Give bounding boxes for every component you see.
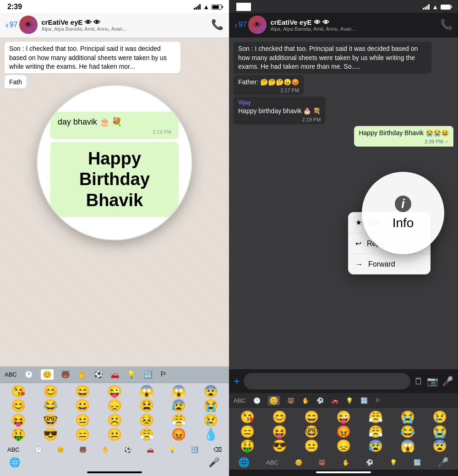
right-clock-key[interactable]: 🕐 (253, 397, 261, 404)
emoji-cell[interactable]: 😤 (368, 425, 383, 438)
emoji-cell[interactable]: 😊 (11, 399, 26, 412)
emoji-cell[interactable]: 😂 (43, 399, 58, 412)
emoji-cell[interactable]: 😞 (107, 399, 122, 412)
camera-button[interactable]: 📷 (427, 376, 438, 387)
emoji-cell[interactable]: 😭 (432, 425, 447, 438)
emoji-cell[interactable]: 😐 (75, 414, 90, 427)
emoji-cell[interactable]: 😘 (240, 410, 255, 424)
emoji-cell[interactable]: 💧 (203, 428, 218, 441)
right-emoji-key[interactable]: 😊 (268, 396, 280, 405)
clock-key[interactable]: 🕐 (24, 370, 33, 379)
emoji-cell[interactable]: 😂 (400, 425, 415, 438)
emoji-cell[interactable]: 😡 (336, 425, 351, 438)
emoji-cell[interactable]: 😀 (75, 399, 90, 412)
emoji-cell[interactable]: 😫 (139, 399, 154, 412)
sticker-button[interactable]: 🗒 (414, 376, 423, 387)
emoji-cell[interactable]: 😡 (171, 428, 186, 441)
info-circle[interactable]: i Info (362, 172, 444, 254)
right-abc-bottom[interactable]: ABC (266, 459, 278, 466)
emoji-cell[interactable]: 😊 (43, 385, 58, 398)
call-button[interactable]: 📞 (211, 19, 224, 31)
right-emoji-bottom[interactable]: 😊 (295, 459, 302, 466)
emoji-cell[interactable]: 🤓 (43, 414, 58, 427)
right-hand-key[interactable]: ✋ (302, 397, 309, 404)
mic-key[interactable]: 🎤 (208, 457, 220, 468)
abc-bottom-key[interactable]: ABC (7, 446, 20, 453)
sports-bottom-key[interactable]: ⚽ (124, 446, 131, 453)
objects-key[interactable]: 💡 (127, 370, 136, 379)
emoji-key[interactable]: 😊 (41, 369, 54, 380)
right-objects-bottom[interactable]: 💡 (390, 459, 397, 466)
travel-bottom-key[interactable]: 🚗 (147, 446, 154, 453)
right-symbols-key[interactable]: 🔣 (360, 397, 368, 404)
emoji-cell[interactable]: 😎 (43, 428, 58, 441)
symbols-key[interactable]: 🔣 (143, 370, 153, 379)
sports-key[interactable]: ⚽ (94, 370, 103, 379)
emoji-cell[interactable]: 😰 (368, 439, 383, 453)
delete-key[interactable]: ⌫ (213, 446, 222, 453)
emoji-cell[interactable]: 😰 (171, 399, 186, 412)
emoji-cell[interactable]: 😨 (203, 385, 218, 398)
emoji-cell[interactable]: 😐 (107, 428, 122, 441)
hand-key[interactable]: ✋ (77, 370, 87, 379)
emoji-cell[interactable]: 🤑 (11, 428, 26, 441)
animal-key[interactable]: 🐻 (61, 370, 70, 379)
left-keyboard[interactable]: ABC 🕐 😊 🐻 ✋ ⚽ 🚗 💡 🔣 🏳 😘 😊 😄 😜 😱 😱 😨 � (0, 367, 229, 476)
emoji-cell[interactable]: 🤑 (240, 439, 255, 453)
right-sports-key[interactable]: ⚽ (316, 397, 324, 404)
right-flag-key[interactable]: 🏳 (375, 397, 381, 404)
emoji-cell[interactable]: 😝 (272, 425, 287, 438)
emoji-cell[interactable]: 😄 (304, 410, 319, 424)
right-chat-info[interactable]: crEatiVe eyE 👁 👁 Alpa, Alpa Baroda, Amit… (270, 18, 440, 32)
emoji-cell[interactable]: 😎 (272, 439, 287, 453)
emoji-cell[interactable]: 😱 (171, 385, 186, 398)
back-button[interactable]: ‹ 97 (5, 20, 17, 29)
symbols-bottom-key[interactable]: 🔣 (191, 446, 198, 453)
right-travel-key[interactable]: 🚗 (331, 397, 338, 404)
right-keyboard[interactable]: ABC 🕐 😊 🐻 ✋ ⚽ 🚗 💡 🔣 🏳 😘 😊 😄 😜 😤 😭 😢 � (229, 393, 458, 476)
emoji-cell[interactable]: 😢 (432, 410, 447, 424)
emoji-cell[interactable]: 😨 (432, 439, 447, 453)
emoji-cell[interactable]: ☹️ (107, 414, 122, 427)
emoji-cell[interactable]: 😑 (75, 428, 90, 441)
right-symbols-bottom[interactable]: 🔣 (414, 459, 421, 466)
voice-button[interactable]: 🎤 (442, 376, 453, 387)
emoji-cell[interactable]: 😜 (336, 410, 351, 424)
emoji-cell[interactable]: 😭 (203, 399, 218, 412)
flag-key[interactable]: 🏳 (160, 370, 167, 378)
right-globe-key[interactable]: 🌐 (238, 457, 250, 468)
right-animal-key[interactable]: 🐻 (287, 397, 294, 404)
emoji-cell[interactable]: 🤓 (304, 425, 319, 438)
add-attachment-button[interactable]: + (234, 375, 240, 388)
emoji-cell[interactable]: 😣 (139, 414, 154, 427)
objects-bottom-key[interactable]: 💡 (169, 446, 176, 453)
hand-bottom-key[interactable]: ✋ (102, 446, 109, 453)
right-animal-bottom[interactable]: 🐻 (318, 459, 326, 466)
emoji-cell[interactable]: 😤 (368, 410, 383, 424)
right-back-button[interactable]: ‹ 97 (234, 20, 246, 29)
emoji-cell[interactable]: 😊 (272, 410, 287, 424)
abc-key[interactable]: ABC (5, 371, 17, 378)
chat-info[interactable]: crEatiVe eyE 👁 👁 Alpa, Alpa Baroda, Amit… (41, 18, 211, 32)
emoji-cell[interactable]: 😢 (203, 414, 218, 427)
right-mic-key[interactable]: 🎤 (437, 457, 449, 468)
animal-bottom-key[interactable]: 🐻 (79, 446, 87, 453)
right-sports-bottom[interactable]: ⚽ (366, 459, 373, 466)
globe-key[interactable]: 🌐 (9, 457, 21, 468)
emoji-cell[interactable]: 😤 (139, 428, 154, 441)
emoji-cell[interactable]: 😘 (11, 385, 26, 398)
emoji-cell[interactable]: 😤 (171, 414, 186, 427)
right-call-button[interactable]: 📞 (440, 19, 453, 31)
message-input[interactable] (244, 373, 410, 389)
travel-key[interactable]: 🚗 (110, 370, 120, 379)
emoji-cell[interactable]: 😑 (240, 425, 255, 438)
emoji-cell[interactable]: 😞 (336, 439, 351, 453)
emoji-cell[interactable]: 😐 (304, 439, 319, 453)
emoji-cell[interactable]: 😜 (107, 385, 122, 398)
forward-menu-item[interactable]: → Forward (348, 254, 431, 274)
clock-bottom-key[interactable]: 🕐 (35, 446, 42, 453)
emoji-cell[interactable]: 😄 (75, 385, 90, 398)
right-abc-key[interactable]: ABC (234, 397, 246, 404)
emoji-cell[interactable]: 😭 (400, 410, 415, 424)
emoji-bottom-key[interactable]: 😊 (57, 446, 64, 453)
